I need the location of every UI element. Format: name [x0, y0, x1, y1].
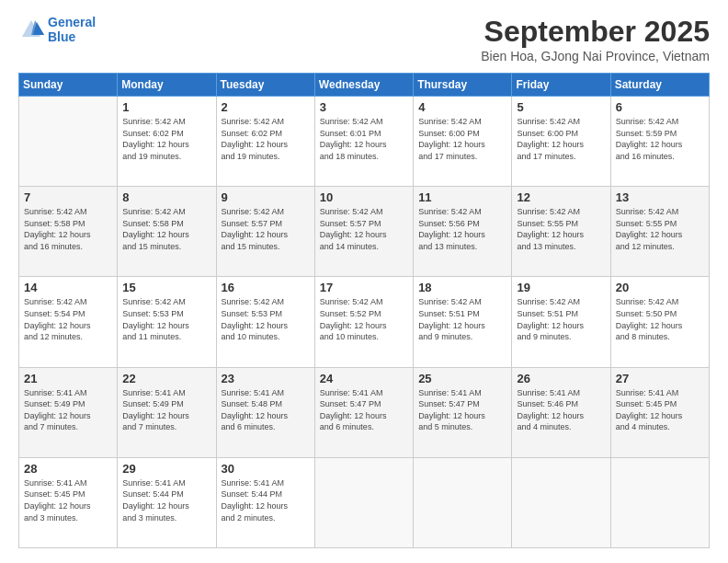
- month-title: September 2025: [481, 15, 710, 49]
- calendar-cell: 7Sunrise: 5:42 AM Sunset: 5:58 PM Daylig…: [19, 187, 118, 277]
- day-info: Sunrise: 5:42 AM Sunset: 5:57 PM Dayligh…: [222, 206, 310, 252]
- logo-text: General Blue: [48, 15, 96, 44]
- day-header-thursday: Thursday: [414, 74, 512, 97]
- calendar-cell: 10Sunrise: 5:42 AM Sunset: 5:57 PM Dayli…: [314, 187, 413, 277]
- day-header-sunday: Sunday: [19, 74, 118, 97]
- calendar-cell: 12Sunrise: 5:42 AM Sunset: 5:55 PM Dayli…: [512, 187, 610, 277]
- day-info: Sunrise: 5:42 AM Sunset: 5:58 PM Dayligh…: [122, 206, 210, 252]
- calendar-cell: 26Sunrise: 5:41 AM Sunset: 5:46 PM Dayli…: [512, 367, 610, 457]
- day-info: Sunrise: 5:41 AM Sunset: 5:46 PM Dayligh…: [517, 387, 605, 433]
- day-info: Sunrise: 5:41 AM Sunset: 5:45 PM Dayligh…: [616, 387, 704, 433]
- calendar-cell: 30Sunrise: 5:41 AM Sunset: 5:44 PM Dayli…: [216, 457, 314, 547]
- day-number: 12: [517, 190, 605, 204]
- calendar-cell: [414, 457, 512, 547]
- day-info: Sunrise: 5:42 AM Sunset: 5:55 PM Dayligh…: [517, 206, 605, 252]
- day-info: Sunrise: 5:42 AM Sunset: 6:00 PM Dayligh…: [517, 116, 605, 162]
- calendar-cell: [314, 457, 413, 547]
- day-number: 29: [122, 462, 210, 476]
- calendar-week-2: 7Sunrise: 5:42 AM Sunset: 5:58 PM Daylig…: [19, 187, 710, 277]
- title-block: September 2025 Bien Hoa, GJong Nai Provi…: [481, 15, 710, 63]
- day-number: 3: [320, 100, 408, 114]
- day-number: 1: [122, 100, 210, 114]
- day-number: 9: [222, 190, 310, 204]
- day-info: Sunrise: 5:42 AM Sunset: 5:54 PM Dayligh…: [24, 296, 112, 342]
- day-info: Sunrise: 5:42 AM Sunset: 5:53 PM Dayligh…: [222, 296, 310, 342]
- day-number: 18: [418, 281, 506, 294]
- calendar-cell: [512, 457, 610, 547]
- day-info: Sunrise: 5:41 AM Sunset: 5:48 PM Dayligh…: [222, 387, 310, 433]
- day-header-friday: Friday: [512, 74, 610, 97]
- calendar-cell: 13Sunrise: 5:42 AM Sunset: 5:55 PM Dayli…: [610, 187, 709, 277]
- day-number: 6: [616, 100, 704, 114]
- day-info: Sunrise: 5:41 AM Sunset: 5:47 PM Dayligh…: [418, 387, 506, 433]
- day-number: 21: [24, 372, 112, 385]
- calendar-cell: 19Sunrise: 5:42 AM Sunset: 5:51 PM Dayli…: [512, 277, 610, 367]
- day-number: 7: [24, 190, 112, 204]
- day-number: 8: [122, 190, 210, 204]
- day-info: Sunrise: 5:42 AM Sunset: 5:59 PM Dayligh…: [616, 116, 704, 162]
- day-number: 17: [320, 281, 408, 294]
- day-number: 15: [122, 281, 210, 294]
- logo: General Blue: [18, 15, 96, 44]
- day-number: 30: [222, 462, 310, 476]
- logo-icon: [18, 17, 44, 42]
- day-number: 4: [418, 100, 506, 114]
- day-info: Sunrise: 5:42 AM Sunset: 5:52 PM Dayligh…: [320, 296, 408, 342]
- calendar-cell: 8Sunrise: 5:42 AM Sunset: 5:58 PM Daylig…: [118, 187, 216, 277]
- day-header-monday: Monday: [118, 74, 216, 97]
- calendar-cell: [610, 457, 709, 547]
- day-number: 28: [24, 462, 112, 476]
- calendar-cell: 3Sunrise: 5:42 AM Sunset: 6:01 PM Daylig…: [314, 97, 413, 187]
- day-number: 16: [222, 281, 310, 294]
- day-info: Sunrise: 5:42 AM Sunset: 5:51 PM Dayligh…: [517, 296, 605, 342]
- header: General Blue September 2025 Bien Hoa, GJ…: [18, 15, 710, 63]
- day-number: 20: [616, 281, 704, 294]
- calendar-cell: 6Sunrise: 5:42 AM Sunset: 5:59 PM Daylig…: [610, 97, 709, 187]
- day-number: 2: [222, 100, 310, 114]
- calendar-week-3: 14Sunrise: 5:42 AM Sunset: 5:54 PM Dayli…: [19, 277, 710, 367]
- calendar-header-row: SundayMondayTuesdayWednesdayThursdayFrid…: [19, 74, 710, 97]
- calendar-cell: 22Sunrise: 5:41 AM Sunset: 5:49 PM Dayli…: [118, 367, 216, 457]
- day-info: Sunrise: 5:42 AM Sunset: 6:00 PM Dayligh…: [418, 116, 506, 162]
- calendar-cell: 23Sunrise: 5:41 AM Sunset: 5:48 PM Dayli…: [216, 367, 314, 457]
- day-number: 11: [418, 190, 506, 204]
- day-number: 26: [517, 372, 605, 385]
- day-info: Sunrise: 5:42 AM Sunset: 5:51 PM Dayligh…: [418, 296, 506, 342]
- day-header-wednesday: Wednesday: [314, 74, 413, 97]
- calendar-week-5: 28Sunrise: 5:41 AM Sunset: 5:45 PM Dayli…: [19, 457, 710, 547]
- day-number: 23: [222, 372, 310, 385]
- calendar-cell: 14Sunrise: 5:42 AM Sunset: 5:54 PM Dayli…: [19, 277, 118, 367]
- day-info: Sunrise: 5:42 AM Sunset: 5:57 PM Dayligh…: [320, 206, 408, 252]
- day-number: 19: [517, 281, 605, 294]
- calendar-cell: 24Sunrise: 5:41 AM Sunset: 5:47 PM Dayli…: [314, 367, 413, 457]
- calendar-cell: 16Sunrise: 5:42 AM Sunset: 5:53 PM Dayli…: [216, 277, 314, 367]
- calendar-cell: [19, 97, 118, 187]
- calendar-cell: 20Sunrise: 5:42 AM Sunset: 5:50 PM Dayli…: [610, 277, 709, 367]
- day-info: Sunrise: 5:41 AM Sunset: 5:49 PM Dayligh…: [24, 387, 112, 433]
- day-number: 25: [418, 372, 506, 385]
- calendar-cell: 15Sunrise: 5:42 AM Sunset: 5:53 PM Dayli…: [118, 277, 216, 367]
- day-number: 14: [24, 281, 112, 294]
- day-number: 27: [616, 372, 704, 385]
- day-info: Sunrise: 5:42 AM Sunset: 6:02 PM Dayligh…: [122, 116, 210, 162]
- day-number: 5: [517, 100, 605, 114]
- page: General Blue September 2025 Bien Hoa, GJ…: [0, 0, 728, 563]
- day-info: Sunrise: 5:42 AM Sunset: 5:55 PM Dayligh…: [616, 206, 704, 252]
- calendar-cell: 28Sunrise: 5:41 AM Sunset: 5:45 PM Dayli…: [19, 457, 118, 547]
- calendar-cell: 17Sunrise: 5:42 AM Sunset: 5:52 PM Dayli…: [314, 277, 413, 367]
- day-header-saturday: Saturday: [610, 74, 709, 97]
- day-info: Sunrise: 5:41 AM Sunset: 5:44 PM Dayligh…: [222, 477, 310, 523]
- calendar-cell: 1Sunrise: 5:42 AM Sunset: 6:02 PM Daylig…: [118, 97, 216, 187]
- day-number: 10: [320, 190, 408, 204]
- calendar-cell: 29Sunrise: 5:41 AM Sunset: 5:44 PM Dayli…: [118, 457, 216, 547]
- calendar-cell: 4Sunrise: 5:42 AM Sunset: 6:00 PM Daylig…: [414, 97, 512, 187]
- calendar-cell: 5Sunrise: 5:42 AM Sunset: 6:00 PM Daylig…: [512, 97, 610, 187]
- day-number: 13: [616, 190, 704, 204]
- day-info: Sunrise: 5:42 AM Sunset: 6:01 PM Dayligh…: [320, 116, 408, 162]
- day-info: Sunrise: 5:42 AM Sunset: 5:50 PM Dayligh…: [616, 296, 704, 342]
- day-number: 24: [320, 372, 408, 385]
- day-header-tuesday: Tuesday: [216, 74, 314, 97]
- day-info: Sunrise: 5:41 AM Sunset: 5:47 PM Dayligh…: [320, 387, 408, 433]
- calendar-cell: 25Sunrise: 5:41 AM Sunset: 5:47 PM Dayli…: [414, 367, 512, 457]
- day-info: Sunrise: 5:42 AM Sunset: 5:53 PM Dayligh…: [122, 296, 210, 342]
